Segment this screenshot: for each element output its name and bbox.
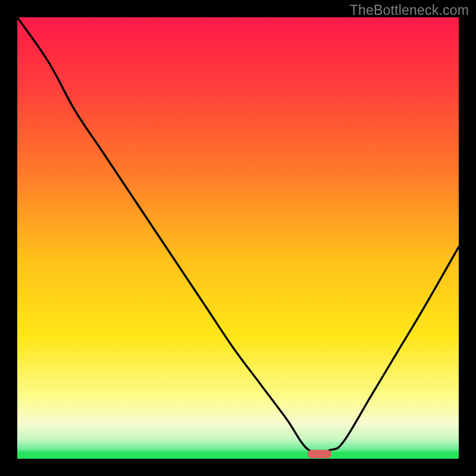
plot-area — [17, 17, 459, 459]
watermark-text: TheBottleneck.com — [350, 2, 469, 18]
bottleneck-curve — [17, 17, 459, 459]
optimal-marker — [308, 450, 331, 458]
chart-frame: TheBottleneck.com — [0, 0, 476, 476]
